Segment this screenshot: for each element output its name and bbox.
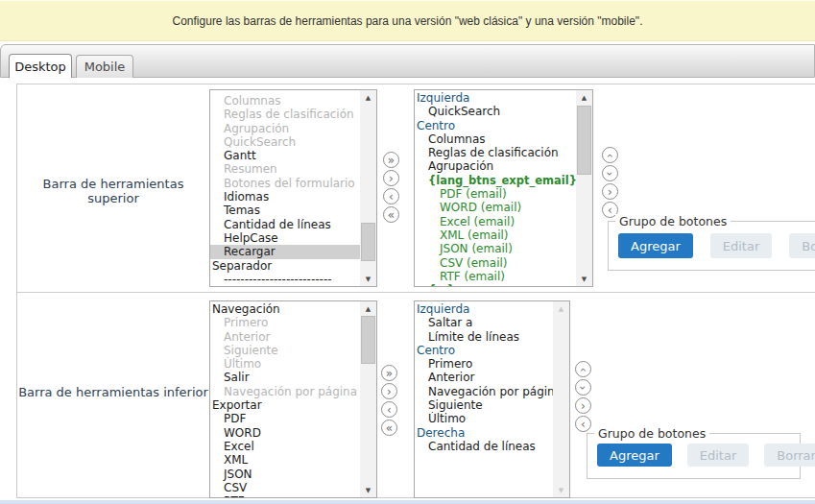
scroll-down-icon[interactable]: ▼ <box>360 483 376 497</box>
list-item[interactable]: Derecha <box>415 426 553 440</box>
list-item[interactable]: Cantidad de líneas <box>210 218 360 231</box>
move-all-left-button[interactable]: « <box>381 420 397 436</box>
list-item[interactable]: WORD (email) <box>415 201 576 214</box>
list-item[interactable]: Temas <box>210 204 360 217</box>
list-item[interactable]: PDF <box>210 412 360 425</box>
list-item: Resumen <box>210 162 360 176</box>
indent-right-button[interactable]: › <box>575 397 591 414</box>
scroll-up-icon[interactable]: ▲ <box>360 301 376 316</box>
top-selected-list[interactable]: IzquierdaQuickSearchCentroColumnasReglas… <box>414 89 593 287</box>
group-box-legend: Grupo de botones <box>594 426 709 441</box>
list-item[interactable]: Izquierda <box>415 302 553 316</box>
list-item[interactable]: Agrupación <box>415 159 576 173</box>
move-down-button[interactable]: › <box>602 165 618 181</box>
list-item: Reglas de clasificación <box>210 108 360 121</box>
group-box-legend: Grupo de botones <box>615 214 731 228</box>
scroll-up-icon[interactable]: ▲ <box>360 90 376 105</box>
chevron-right-icon: › <box>608 186 612 198</box>
list-item[interactable]: QuickSearch <box>415 105 576 118</box>
scroll-down-icon[interactable]: ▼ <box>360 272 376 286</box>
list-item[interactable]: Reglas de clasificación <box>415 146 576 159</box>
bottom-available-list[interactable]: NavegaciónPrimeroAnteriorSiguienteÚltimo… <box>209 300 377 498</box>
list-item[interactable]: CSV <box>210 481 360 494</box>
list-item[interactable]: Centro <box>415 119 576 132</box>
list-options: IzquierdaSaltar aLímite de líneasCentroP… <box>415 301 553 497</box>
list-item[interactable]: Cantidad de líneas <box>415 440 553 453</box>
list-item[interactable]: Excel <box>210 440 360 453</box>
double-chevron-right-icon: » <box>386 368 393 379</box>
move-right-button[interactable]: › <box>383 170 399 186</box>
list-item[interactable]: -------------------------- <box>210 273 360 286</box>
add-button[interactable]: Agregar <box>597 444 672 467</box>
list-item[interactable]: Izquierda <box>415 91 576 105</box>
chevron-left-icon: ‹ <box>581 419 586 430</box>
chevron-up-icon: › <box>605 153 616 157</box>
list-item[interactable]: JSON (email) <box>415 242 576 255</box>
list-item[interactable]: HelpCase <box>210 231 360 245</box>
list-item[interactable]: Separador <box>210 259 360 273</box>
list-item[interactable]: Siguiente <box>415 398 553 412</box>
bottom-selected-list[interactable]: IzquierdaSaltar aLímite de líneasCentroP… <box>414 300 570 498</box>
list-item[interactable]: Excel (email) <box>415 215 576 228</box>
list-item[interactable]: Idiomas <box>210 190 360 204</box>
indent-left-button[interactable]: ‹ <box>575 416 591 432</box>
chevron-down-icon: › <box>605 171 616 176</box>
tab-desktop[interactable]: Desktop <box>9 54 72 78</box>
list-item[interactable]: Límite de líneas <box>415 330 553 344</box>
list-options: IzquierdaQuickSearchCentroColumnasReglas… <box>415 90 576 286</box>
list-item[interactable]: Último <box>415 412 553 425</box>
move-all-right-button[interactable]: » <box>381 365 397 381</box>
list-item[interactable]: RTF <box>210 494 360 497</box>
move-right-button[interactable]: › <box>381 383 397 399</box>
list-item[interactable]: JSON <box>210 468 360 481</box>
delete-button: Borrar <box>789 233 815 258</box>
list-item[interactable]: Gantt <box>210 149 360 162</box>
list-item[interactable]: PDF (email) <box>415 187 576 201</box>
list-item[interactable]: RTF (email) <box>415 270 576 283</box>
list-item[interactable]: XML (email) <box>415 228 576 242</box>
scroll-up-icon: ▲ <box>553 301 569 316</box>
list-item[interactable]: Columnas <box>415 132 576 146</box>
scroll-up-icon[interactable]: ▲ <box>576 90 592 105</box>
scroll-down-icon[interactable]: ▼ <box>576 272 592 286</box>
edit-button: Editar <box>710 233 773 258</box>
move-up-button[interactable]: › <box>575 361 591 377</box>
list-item[interactable]: Recargar <box>210 245 360 258</box>
scrollbar-thumb[interactable] <box>361 223 375 261</box>
move-left-button[interactable]: ‹ <box>383 188 399 204</box>
move-all-left-button[interactable]: « <box>383 206 399 223</box>
list-item[interactable]: Primero <box>415 357 553 371</box>
move-left-button[interactable]: ‹ <box>381 401 397 418</box>
list-item[interactable]: Exportar <box>210 398 360 412</box>
list-item[interactable]: Anterior <box>415 371 553 384</box>
bottom-transfer-buttons: » › ‹ « <box>381 365 397 436</box>
chevron-up-icon: › <box>578 367 589 372</box>
list-item[interactable]: CSV (email) <box>415 256 576 270</box>
bottom-toolbar-row-label: Barra de herramientas inferior <box>17 385 209 399</box>
list-item[interactable]: XML <box>210 453 360 467</box>
move-down-button[interactable]: › <box>575 379 591 396</box>
list-item[interactable]: Navegación por página <box>415 385 553 398</box>
scrollbar-thumb[interactable] <box>361 316 375 364</box>
group-box-buttons: Agregar Editar Borrar <box>618 233 815 258</box>
indent-right-button[interactable]: › <box>602 183 618 200</box>
list-item[interactable]: Salir <box>210 371 360 384</box>
move-all-right-button[interactable]: » <box>383 152 399 168</box>
bottom-accent-strip <box>0 500 815 504</box>
scrollbar: ▲ ▼ <box>360 90 376 286</box>
list-item[interactable]: Saltar a <box>415 316 553 329</box>
list-item[interactable]: Navegación <box>210 302 360 316</box>
list-item[interactable]: {…} <box>415 283 576 286</box>
top-available-list[interactable]: …ColumnasReglas de clasificaciónAgrupaci… <box>209 89 377 287</box>
tab-mobile[interactable]: Mobile <box>76 55 133 78</box>
bottom-reorder-buttons: › › › ‹ <box>575 361 591 432</box>
info-banner: Configure las barras de herramientas par… <box>0 0 815 41</box>
move-up-button[interactable]: › <box>602 147 618 163</box>
list-item[interactable]: Centro <box>415 344 553 357</box>
list-item[interactable]: WORD <box>210 426 360 440</box>
list-item[interactable]: {lang_btns_expt_email} <box>415 174 576 187</box>
scrollbar: ▲ ▼ <box>576 90 592 286</box>
add-button[interactable]: Agregar <box>618 233 693 258</box>
double-chevron-left-icon: « <box>386 422 393 434</box>
scrollbar-thumb[interactable] <box>577 106 591 175</box>
